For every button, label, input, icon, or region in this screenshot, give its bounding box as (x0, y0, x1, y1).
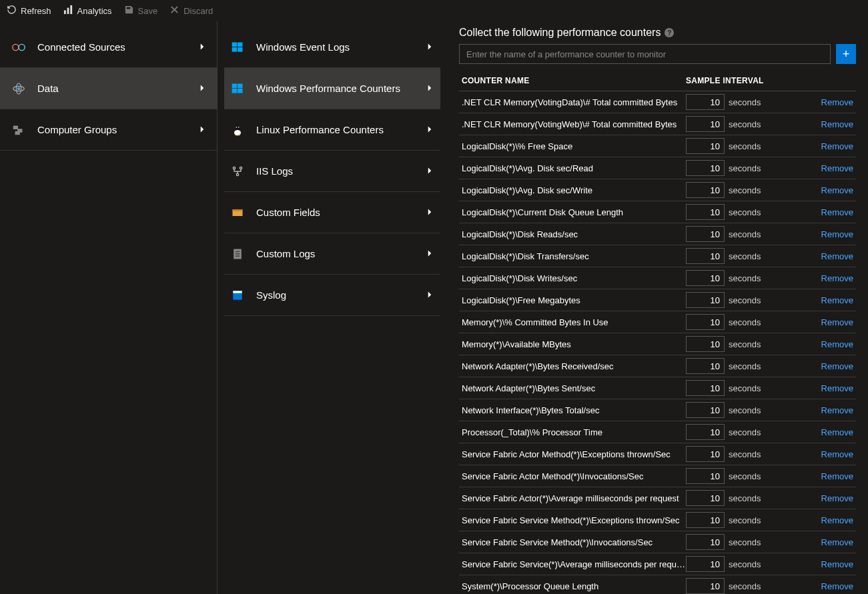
interval-input[interactable] (686, 160, 725, 176)
svg-point-23 (236, 127, 238, 128)
chevron-right-icon (198, 83, 206, 94)
refresh-icon (7, 5, 17, 17)
interval-input[interactable] (686, 94, 725, 110)
remove-link[interactable]: Remove (821, 471, 853, 481)
datamenu-item-iis-logs[interactable]: IIS Logs (224, 151, 440, 192)
interval-input[interactable] (686, 226, 725, 242)
interval-cell: seconds (686, 270, 809, 286)
table-row: Network Interface(*)\Bytes Total/secseco… (459, 399, 856, 421)
interval-input[interactable] (686, 556, 725, 572)
save-button[interactable]: Save (124, 5, 158, 17)
table-row: Memory(*)\% Committed Bytes In Usesecond… (459, 311, 856, 333)
interval-cell: seconds (686, 490, 809, 506)
interval-input[interactable] (686, 490, 725, 506)
discard-button[interactable]: Discard (169, 5, 213, 17)
interval-input[interactable] (686, 534, 725, 550)
sidebar-item-label: Data (37, 83, 198, 94)
interval-cell: seconds (686, 116, 809, 132)
interval-input[interactable] (686, 358, 725, 374)
interval-input[interactable] (686, 468, 725, 484)
interval-input[interactable] (686, 270, 725, 286)
interval-cell: seconds (686, 314, 809, 330)
interval-input[interactable] (686, 314, 725, 330)
datamenu-item-linux-performance-counters[interactable]: Linux Performance Counters (224, 109, 440, 151)
sidebar-item-connected-sources[interactable]: Connected Sources (0, 27, 217, 68)
table-row: Service Fabric Service Method(*)\Invocat… (459, 531, 856, 553)
remove-link[interactable]: Remove (821, 405, 853, 415)
datamenu-item-custom-logs[interactable]: Custom Logs (224, 233, 440, 275)
remove-link[interactable]: Remove (821, 317, 853, 327)
remove-link[interactable]: Remove (821, 295, 853, 305)
remove-link[interactable]: Remove (821, 229, 853, 239)
remove-link[interactable]: Remove (821, 361, 853, 371)
interval-input[interactable] (686, 138, 725, 154)
interval-input[interactable] (686, 116, 725, 132)
remove-link[interactable]: Remove (821, 449, 853, 459)
panel-heading-text: Collect the following performance counte… (459, 27, 661, 39)
interval-input[interactable] (686, 578, 725, 594)
remove-cell: Remove (809, 317, 856, 327)
interval-unit: seconds (729, 515, 761, 525)
remove-link[interactable]: Remove (821, 581, 853, 591)
datamenu-item-windows-event-logs[interactable]: Windows Event Logs (224, 27, 440, 68)
interval-input[interactable] (686, 248, 725, 264)
remove-link[interactable]: Remove (821, 119, 853, 129)
chevron-right-icon (426, 124, 434, 135)
interval-unit: seconds (729, 537, 761, 547)
remove-link[interactable]: Remove (821, 185, 853, 195)
table-row: .NET CLR Memory(VotingData)\# Total comm… (459, 91, 856, 113)
interval-unit: seconds (729, 339, 761, 349)
remove-link[interactable]: Remove (821, 427, 853, 437)
remove-link[interactable]: Remove (821, 559, 853, 569)
remove-link[interactable]: Remove (821, 163, 853, 173)
info-icon[interactable]: ? (665, 28, 674, 37)
remove-link[interactable]: Remove (821, 97, 853, 107)
interval-input[interactable] (686, 424, 725, 440)
remove-link[interactable]: Remove (821, 515, 853, 525)
remove-link[interactable]: Remove (821, 141, 853, 151)
analytics-button[interactable]: Analytics (63, 5, 112, 17)
remove-link[interactable]: Remove (821, 207, 853, 217)
interval-input[interactable] (686, 402, 725, 418)
remove-link[interactable]: Remove (821, 273, 853, 283)
sidebar-item-label: Connected Sources (37, 41, 198, 53)
counter-name: Network Adapter(*)\Bytes Sent/sec (459, 383, 686, 393)
chevron-right-icon (426, 207, 434, 218)
interval-unit: seconds (729, 559, 761, 569)
interval-input[interactable] (686, 292, 725, 308)
col-header-name: COUNTER NAME (459, 76, 686, 85)
interval-input[interactable] (686, 446, 725, 462)
interval-unit: seconds (729, 383, 761, 393)
refresh-button[interactable]: Refresh (7, 5, 51, 17)
svg-rect-2 (70, 5, 72, 14)
interval-unit: seconds (729, 471, 761, 481)
counter-name: System(*)\Processor Queue Length (459, 581, 686, 591)
interval-input[interactable] (686, 182, 725, 198)
table-row: Service Fabric Service(*)\Average millis… (459, 553, 856, 575)
counter-name-input[interactable] (459, 44, 831, 64)
remove-cell: Remove (809, 449, 856, 459)
table-row: LogicalDisk(*)\Disk Transfers/secseconds… (459, 245, 856, 267)
datamenu-item-syslog[interactable]: Syslog (224, 275, 440, 316)
remove-cell: Remove (809, 207, 856, 217)
remove-link[interactable]: Remove (821, 339, 853, 349)
svg-rect-35 (233, 291, 242, 293)
sidebar-item-data[interactable]: Data (0, 68, 217, 109)
sidebar-item-computer-groups[interactable]: Computer Groups (0, 109, 217, 151)
interval-input[interactable] (686, 512, 725, 528)
remove-cell: Remove (809, 405, 856, 415)
counter-name: Service Fabric Service Method(*)\Excepti… (459, 515, 686, 525)
add-counter-button[interactable]: + (836, 44, 856, 64)
interval-input[interactable] (686, 336, 725, 352)
remove-link[interactable]: Remove (821, 493, 853, 503)
interval-input[interactable] (686, 380, 725, 396)
remove-link[interactable]: Remove (821, 251, 853, 261)
remove-link[interactable]: Remove (821, 383, 853, 393)
sidebar-primary: Connected Sources Data Computer Groups (0, 21, 218, 594)
datamenu-item-custom-fields[interactable]: Custom Fields (224, 192, 440, 233)
datamenu-item-windows-performance-counters[interactable]: Windows Performance Counters (224, 68, 440, 109)
interval-cell: seconds (686, 204, 809, 220)
interval-input[interactable] (686, 204, 725, 220)
remove-cell: Remove (809, 383, 856, 393)
remove-link[interactable]: Remove (821, 537, 853, 547)
